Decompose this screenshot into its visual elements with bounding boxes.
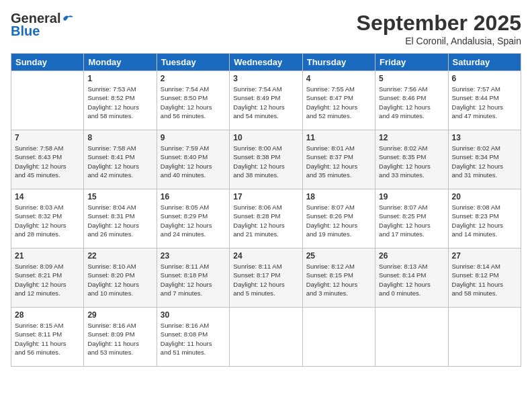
page-container: General Blue September 2025 El Coronil, … <box>0 0 532 411</box>
calendar-cell: 16Sunrise: 8:05 AM Sunset: 8:29 PM Dayli… <box>157 189 229 248</box>
day-info: Sunrise: 8:16 AM Sunset: 8:08 PM Dayligh… <box>161 321 226 357</box>
calendar-week-3: 14Sunrise: 8:03 AM Sunset: 8:32 PM Dayli… <box>11 189 521 248</box>
calendar-cell: 25Sunrise: 8:12 AM Sunset: 8:15 PM Dayli… <box>302 248 375 308</box>
day-number: 14 <box>15 192 80 201</box>
day-number: 26 <box>379 251 444 261</box>
calendar-week-2: 7Sunrise: 7:58 AM Sunset: 8:43 PM Daylig… <box>11 130 521 189</box>
title-block: September 2025 El Coronil, Andalusia, Sp… <box>357 11 521 46</box>
day-number: 18 <box>306 192 371 201</box>
column-header-sunday: Sunday <box>11 54 84 71</box>
calendar-cell: 19Sunrise: 8:07 AM Sunset: 8:25 PM Dayli… <box>375 189 448 248</box>
calendar-cell: 11Sunrise: 8:01 AM Sunset: 8:37 PM Dayli… <box>302 130 375 189</box>
month-title: September 2025 <box>357 11 521 36</box>
day-info: Sunrise: 8:12 AM Sunset: 8:15 PM Dayligh… <box>306 262 371 298</box>
day-info: Sunrise: 7:58 AM Sunset: 8:41 PM Dayligh… <box>87 144 152 179</box>
calendar-cell <box>230 308 302 367</box>
calendar-cell: 2Sunrise: 7:54 AM Sunset: 8:50 PM Daylig… <box>157 71 229 130</box>
calendar-week-4: 21Sunrise: 8:09 AM Sunset: 8:21 PM Dayli… <box>11 248 521 308</box>
calendar-table: SundayMondayTuesdayWednesdayThursdayFrid… <box>11 53 521 367</box>
calendar-cell: 18Sunrise: 8:07 AM Sunset: 8:26 PM Dayli… <box>302 189 375 248</box>
day-number: 3 <box>233 74 298 83</box>
day-number: 17 <box>233 192 298 201</box>
calendar-cell: 15Sunrise: 8:04 AM Sunset: 8:31 PM Dayli… <box>84 189 157 248</box>
day-number: 9 <box>161 133 226 142</box>
logo-bird-icon <box>62 14 74 24</box>
header: General Blue September 2025 El Coronil, … <box>11 11 521 46</box>
calendar-cell: 13Sunrise: 8:02 AM Sunset: 8:34 PM Dayli… <box>448 130 521 189</box>
calendar-cell: 9Sunrise: 7:59 AM Sunset: 8:40 PM Daylig… <box>157 130 229 189</box>
day-number: 5 <box>379 74 444 83</box>
calendar-cell: 5Sunrise: 7:56 AM Sunset: 8:46 PM Daylig… <box>375 71 448 130</box>
day-info: Sunrise: 8:07 AM Sunset: 8:26 PM Dayligh… <box>306 203 371 238</box>
day-info: Sunrise: 8:05 AM Sunset: 8:29 PM Dayligh… <box>161 203 226 238</box>
day-number: 11 <box>306 133 371 142</box>
day-info: Sunrise: 7:53 AM Sunset: 8:52 PM Dayligh… <box>87 85 152 120</box>
day-info: Sunrise: 7:54 AM Sunset: 8:50 PM Dayligh… <box>161 85 226 120</box>
day-info: Sunrise: 7:57 AM Sunset: 8:44 PM Dayligh… <box>452 85 517 120</box>
day-info: Sunrise: 8:07 AM Sunset: 8:25 PM Dayligh… <box>379 203 444 238</box>
day-number: 21 <box>15 251 80 261</box>
column-header-thursday: Thursday <box>302 54 375 71</box>
day-number: 15 <box>87 192 152 201</box>
day-number: 10 <box>233 133 298 142</box>
day-info: Sunrise: 8:02 AM Sunset: 8:35 PM Dayligh… <box>379 144 444 179</box>
day-info: Sunrise: 8:04 AM Sunset: 8:31 PM Dayligh… <box>87 203 152 238</box>
day-number: 1 <box>87 74 152 83</box>
calendar-cell: 14Sunrise: 8:03 AM Sunset: 8:32 PM Dayli… <box>11 189 84 248</box>
calendar-cell: 26Sunrise: 8:13 AM Sunset: 8:14 PM Dayli… <box>375 248 448 308</box>
day-info: Sunrise: 7:56 AM Sunset: 8:46 PM Dayligh… <box>379 85 444 120</box>
column-header-friday: Friday <box>375 54 448 71</box>
day-number: 23 <box>161 251 226 261</box>
calendar-cell: 29Sunrise: 8:16 AM Sunset: 8:09 PM Dayli… <box>84 308 157 367</box>
calendar-cell: 28Sunrise: 8:15 AM Sunset: 8:11 PM Dayli… <box>11 308 84 367</box>
day-number: 22 <box>87 251 152 261</box>
day-info: Sunrise: 8:00 AM Sunset: 8:38 PM Dayligh… <box>233 144 298 179</box>
day-number: 19 <box>379 192 444 201</box>
calendar-header-row: SundayMondayTuesdayWednesdayThursdayFrid… <box>11 54 521 71</box>
column-header-wednesday: Wednesday <box>230 54 302 71</box>
logo-blue-text: Blue <box>11 24 40 39</box>
day-info: Sunrise: 8:14 AM Sunset: 8:12 PM Dayligh… <box>452 262 517 298</box>
calendar-week-5: 28Sunrise: 8:15 AM Sunset: 8:11 PM Dayli… <box>11 308 521 367</box>
day-number: 28 <box>15 310 80 320</box>
calendar-cell: 1Sunrise: 7:53 AM Sunset: 8:52 PM Daylig… <box>84 71 157 130</box>
day-info: Sunrise: 8:16 AM Sunset: 8:09 PM Dayligh… <box>87 321 152 357</box>
column-header-saturday: Saturday <box>448 54 521 71</box>
day-info: Sunrise: 8:06 AM Sunset: 8:28 PM Dayligh… <box>233 203 298 238</box>
calendar-cell: 8Sunrise: 7:58 AM Sunset: 8:41 PM Daylig… <box>84 130 157 189</box>
day-info: Sunrise: 7:59 AM Sunset: 8:40 PM Dayligh… <box>161 144 226 179</box>
day-info: Sunrise: 8:11 AM Sunset: 8:17 PM Dayligh… <box>233 262 298 298</box>
calendar-cell: 10Sunrise: 8:00 AM Sunset: 8:38 PM Dayli… <box>230 130 302 189</box>
calendar-cell <box>448 308 521 367</box>
day-info: Sunrise: 7:54 AM Sunset: 8:49 PM Dayligh… <box>233 85 298 120</box>
calendar-week-1: 1Sunrise: 7:53 AM Sunset: 8:52 PM Daylig… <box>11 71 521 130</box>
day-info: Sunrise: 8:13 AM Sunset: 8:14 PM Dayligh… <box>379 262 444 298</box>
day-number: 12 <box>379 133 444 142</box>
day-info: Sunrise: 8:01 AM Sunset: 8:37 PM Dayligh… <box>306 144 371 179</box>
day-number: 8 <box>87 133 152 142</box>
day-info: Sunrise: 7:55 AM Sunset: 8:47 PM Dayligh… <box>306 85 371 120</box>
day-number: 27 <box>452 251 517 261</box>
day-number: 2 <box>161 74 226 83</box>
calendar-cell: 17Sunrise: 8:06 AM Sunset: 8:28 PM Dayli… <box>230 189 302 248</box>
calendar-cell: 3Sunrise: 7:54 AM Sunset: 8:49 PM Daylig… <box>230 71 302 130</box>
day-info: Sunrise: 8:03 AM Sunset: 8:32 PM Dayligh… <box>15 203 80 238</box>
calendar-cell: 30Sunrise: 8:16 AM Sunset: 8:08 PM Dayli… <box>157 308 229 367</box>
day-number: 30 <box>161 310 226 320</box>
calendar-cell: 20Sunrise: 8:08 AM Sunset: 8:23 PM Dayli… <box>448 189 521 248</box>
column-header-tuesday: Tuesday <box>157 54 229 71</box>
calendar-cell <box>11 71 84 130</box>
calendar-cell: 24Sunrise: 8:11 AM Sunset: 8:17 PM Dayli… <box>230 248 302 308</box>
day-number: 16 <box>161 192 226 201</box>
day-number: 4 <box>306 74 371 83</box>
day-info: Sunrise: 8:02 AM Sunset: 8:34 PM Dayligh… <box>452 144 517 179</box>
day-number: 29 <box>87 310 152 320</box>
day-number: 25 <box>306 251 371 261</box>
logo: General Blue <box>11 11 74 39</box>
column-header-monday: Monday <box>84 54 157 71</box>
calendar-cell: 7Sunrise: 7:58 AM Sunset: 8:43 PM Daylig… <box>11 130 84 189</box>
day-number: 6 <box>452 74 517 83</box>
day-info: Sunrise: 8:15 AM Sunset: 8:11 PM Dayligh… <box>15 321 80 357</box>
calendar-cell: 23Sunrise: 8:11 AM Sunset: 8:18 PM Dayli… <box>157 248 229 308</box>
calendar-cell: 12Sunrise: 8:02 AM Sunset: 8:35 PM Dayli… <box>375 130 448 189</box>
